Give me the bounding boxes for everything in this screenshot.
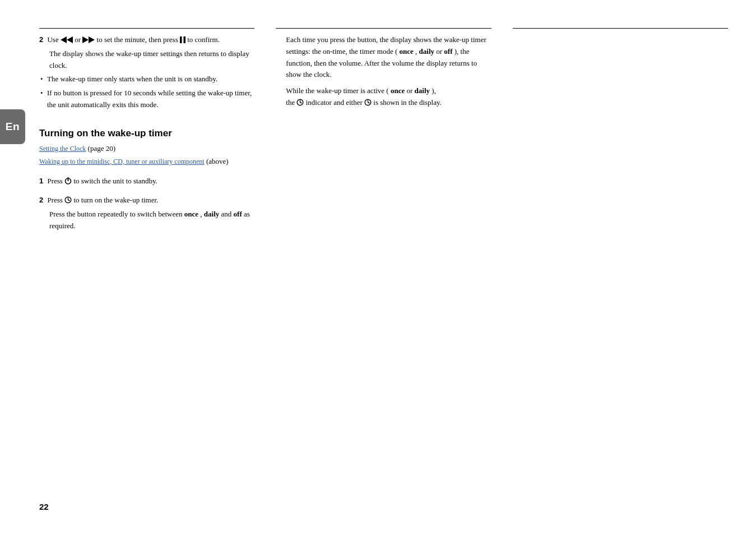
page-number: 22 (39, 500, 49, 514)
bullet-item: The wake-up timer only starts when the u… (39, 73, 254, 85)
note-text: and (221, 210, 234, 218)
svg-rect-4 (180, 36, 182, 43)
step-number: 2 (39, 34, 43, 46)
mode-daily: daily (204, 210, 219, 218)
step-text: Press (47, 177, 64, 185)
page-ref: (above) (205, 157, 229, 165)
clock-icon (296, 98, 304, 107)
svg-marker-0 (61, 36, 67, 43)
note-text: Press the button repeatedly to switch be… (49, 210, 184, 218)
step-note: Press the button repeatedly to switch be… (39, 209, 254, 232)
language-label: En (6, 118, 20, 135)
column-rule (513, 28, 728, 29)
text: ), (432, 86, 436, 95)
step-number: 1 (39, 176, 43, 187)
step-text: to set the minute, then press (97, 35, 180, 44)
column-rule (276, 28, 491, 29)
link-text[interactable]: Waking up to the minidisc, CD, tuner or … (39, 158, 205, 165)
page-ref: (page 20) (86, 144, 115, 153)
reference-link-2: Waking up to the minidisc, CD, tuner or … (39, 156, 254, 168)
document-page: En 2 Use or to set the minute, then pres… (0, 0, 756, 535)
step-2b: 2 Press to turn on the wake-up timer. (39, 195, 254, 206)
power-icon (64, 177, 72, 185)
bullet-item: If no button is pressed for 10 seconds w… (39, 87, 254, 111)
text: indicator and either (306, 98, 364, 107)
step-text: to confirm. (187, 35, 220, 44)
svg-line-13 (300, 102, 302, 103)
svg-marker-1 (67, 36, 73, 43)
paragraph: While the wake-up timer is active ( once… (276, 85, 491, 97)
fast-forward-icon (82, 35, 95, 44)
clock-icon (64, 196, 72, 204)
mode-daily: daily (419, 47, 434, 56)
content-columns: 2 Use or to set the minute, then press t… (39, 28, 728, 232)
language-tab: En (0, 109, 25, 144)
column-3 (513, 28, 728, 232)
text: the (286, 98, 296, 107)
step-text: Use (47, 35, 60, 44)
reference-link-1: Setting the Clock (page 20) (39, 143, 254, 155)
column-rule (39, 28, 254, 29)
svg-rect-5 (183, 36, 185, 43)
text: or (436, 47, 444, 56)
svg-line-10 (68, 200, 70, 201)
mode-once: once (391, 86, 405, 95)
mode-daily: daily (415, 86, 430, 95)
step-note: The display shows the wake-up timer sett… (39, 48, 254, 72)
step-number: 2 (39, 195, 43, 206)
step-1: 1 Press to switch the unit to standby. (39, 176, 254, 187)
svg-marker-3 (89, 36, 95, 43)
pause-icon (180, 35, 185, 44)
column-1: 2 Use or to set the minute, then press t… (39, 28, 254, 232)
mode-off: off (444, 47, 452, 56)
clock-icon (364, 98, 372, 107)
text: is shown in the display. (373, 98, 442, 107)
paragraph: Each time you press the button, the disp… (276, 34, 491, 81)
mode-once: once (400, 47, 414, 56)
step-text: to switch the unit to standby. (73, 177, 157, 185)
svg-marker-2 (82, 36, 89, 43)
svg-line-16 (368, 102, 370, 103)
step-2: 2 Use or to set the minute, then press t… (39, 34, 254, 46)
paragraph: the indicator and either is shown in the… (276, 97, 491, 109)
rewind-icon (61, 35, 73, 44)
section-heading: Turning on the wake-up timer (39, 126, 254, 141)
link-text[interactable]: Setting the Clock (39, 145, 86, 153)
mode-off: off (234, 210, 242, 218)
text: While the wake-up timer is active ( (286, 86, 388, 95)
mode-once: once (184, 210, 198, 218)
step-text: Press (47, 196, 64, 204)
column-2: Each time you press the button, the disp… (276, 28, 491, 232)
text: or (406, 86, 414, 95)
step-text: or (75, 35, 82, 44)
step-text: to turn on the wake-up timer. (73, 196, 158, 204)
